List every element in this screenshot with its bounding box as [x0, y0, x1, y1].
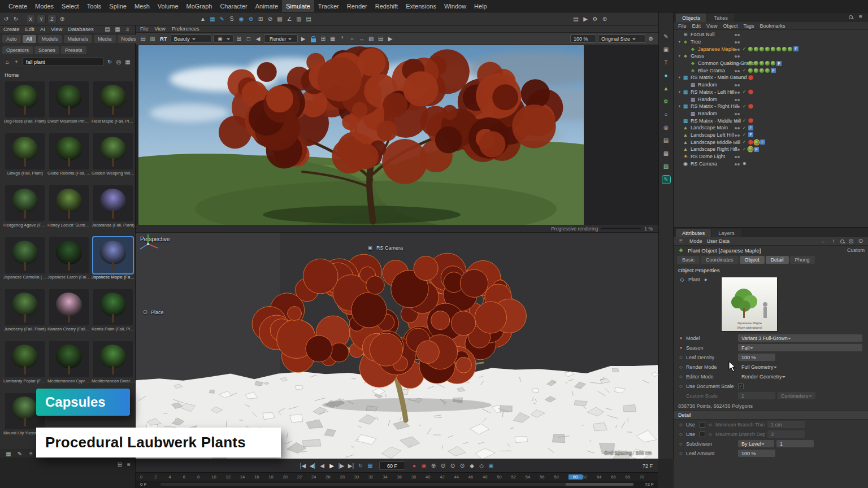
param-value[interactable]: Fall	[738, 344, 862, 351]
lock-icon[interactable]: ◎	[847, 237, 855, 245]
filter-models[interactable]: Models	[38, 35, 62, 43]
quantize-icon[interactable]: ⊘	[266, 15, 274, 23]
selected-material-swatch[interactable]	[754, 140, 759, 145]
object-row[interactable]: ▲Landscape Main✓F	[674, 124, 868, 132]
magnify-icon[interactable]: ⊕	[601, 15, 609, 23]
custom-preset-button[interactable]: Custom	[847, 247, 865, 253]
panel-menu-icon[interactable]: ≡	[124, 25, 132, 33]
deformer-icon[interactable]: ⚙	[662, 98, 670, 106]
ruler-tick[interactable]: 62	[583, 474, 597, 480]
render-visibility-dot[interactable]	[737, 55, 740, 58]
asset-item[interactable]: Kentia Palm (Fall, Plant)	[92, 289, 134, 339]
param-bullet[interactable]: ◇	[678, 422, 684, 427]
ruler-tick[interactable]: 18	[268, 474, 283, 480]
visibility-dots[interactable]	[735, 60, 740, 66]
ruler-tick[interactable]: 26	[326, 474, 340, 480]
xpresso-icon[interactable]: ▦	[662, 150, 670, 158]
editor-visibility-dot[interactable]	[735, 99, 737, 101]
render-visibility-dot[interactable]	[737, 63, 740, 65]
scale-key-icon[interactable]: ⊙	[449, 462, 457, 470]
checkbox[interactable]: ✓	[738, 384, 744, 389]
dock-icon[interactable]: ▤	[103, 25, 111, 33]
object-name[interactable]: Landscape Middle Hill	[691, 140, 740, 145]
model-mode-icon[interactable]: ▲	[199, 15, 207, 23]
object-tag-icon[interactable]: F	[776, 61, 782, 66]
tab-takes[interactable]: Takes	[708, 14, 734, 22]
visibility-dots[interactable]	[735, 39, 740, 45]
ruler-tick[interactable]: 38	[411, 474, 426, 480]
object-menu-view[interactable]: View	[706, 23, 717, 29]
render-visibility-dot[interactable]	[737, 127, 740, 129]
editor-visibility-dot[interactable]	[735, 70, 737, 72]
prev-render-icon[interactable]: ◀	[254, 35, 262, 43]
asset-menu-create[interactable]: Create	[3, 26, 20, 32]
object-row[interactable]: ▲Landscape Middle Hill✓F	[674, 138, 868, 146]
render-view-canvas[interactable]	[136, 45, 658, 225]
rt-toggle[interactable]: RT	[158, 36, 169, 42]
menu-create[interactable]: Create	[5, 0, 31, 12]
param-bullet[interactable]: ◇	[678, 355, 684, 360]
object-name[interactable]: RS Matrix - Left Hill	[691, 89, 735, 95]
selected-material-swatch[interactable]	[748, 147, 753, 151]
visibility-dots[interactable]	[735, 132, 740, 138]
checkbox[interactable]	[700, 422, 705, 428]
material-swatch[interactable]	[760, 47, 764, 51]
ruler-tick[interactable]: 68	[626, 474, 640, 480]
redshift-material-swatch[interactable]	[748, 140, 753, 145]
render-icon[interactable]: ▶	[581, 15, 589, 23]
panel-burger-icon[interactable]: ≡	[677, 237, 685, 245]
ruler-tick[interactable]: 40	[426, 474, 440, 480]
asset-item[interactable]: Juneberry (Fall, Plant)	[3, 289, 46, 339]
menu-spline[interactable]: Spline	[105, 0, 131, 12]
object-menu-tags[interactable]: Tags	[743, 23, 754, 29]
asset-item[interactable]: Field Maple (Fall, Plant)	[92, 81, 134, 131]
editor-visibility-dot[interactable]	[735, 34, 737, 36]
pin-icon[interactable]: ⊙	[857, 237, 865, 245]
asset-menu-databases[interactable]: Databases	[68, 26, 93, 32]
sphere-primitive-icon[interactable]: ●	[662, 72, 670, 80]
enabled-check-icon[interactable]: ✓	[741, 118, 747, 123]
ruler-tick[interactable]: 2	[154, 474, 168, 480]
visibility-dots[interactable]	[735, 146, 740, 152]
param-bullet[interactable]: ◇	[708, 422, 713, 427]
enabled-check-icon[interactable]: ✓	[741, 140, 747, 145]
ipr-icon[interactable]: ▶	[387, 35, 394, 43]
ruler-tick[interactable]: 46	[468, 474, 483, 480]
plant-preview-thumbnail[interactable]: Japanese Maple (Acer palmatum)	[721, 277, 778, 332]
editor-visibility-dot[interactable]	[735, 142, 737, 144]
layout-split-icon[interactable]: ▥	[295, 15, 303, 23]
render-pass-select[interactable]: Beauty	[171, 34, 211, 43]
material-swatch[interactable]	[748, 68, 753, 73]
menu-render[interactable]: Render	[343, 0, 371, 12]
plant-object-icon[interactable]: ♣	[677, 246, 685, 254]
camera-label-chip[interactable]: ◉ RS Camera	[366, 244, 403, 252]
snowflake-icon[interactable]: *	[338, 35, 346, 43]
object-row[interactable]: ▾♣Tree	[674, 38, 868, 46]
expand-icon[interactable]: ▾	[677, 54, 682, 58]
object-row[interactable]: ♣Common Quaking Grass✓F	[674, 60, 868, 67]
param-select[interactable]: By Level	[738, 440, 774, 447]
picture-viewer-icon[interactable]: ▤	[572, 15, 580, 23]
param-value[interactable]: Variant 3 Full-Grown	[738, 334, 862, 342]
editor-visibility-dot[interactable]	[735, 55, 737, 58]
material-swatch[interactable]	[771, 47, 775, 51]
object-row[interactable]: ▾♣Grass	[674, 53, 868, 60]
zoom-level-field[interactable]: 100 %	[570, 34, 596, 43]
material-swatch[interactable]	[765, 61, 770, 66]
pla-key-icon[interactable]: ◇	[478, 462, 485, 470]
expand-icon[interactable]: ▾	[677, 75, 682, 80]
menu-animate[interactable]: Animate	[251, 0, 282, 12]
axis-lock-y[interactable]: Y	[37, 15, 46, 23]
editor-visibility-dot[interactable]	[735, 91, 737, 94]
snap-icon[interactable]: ⊕	[247, 15, 255, 23]
editor-visibility-dot[interactable]	[735, 41, 737, 43]
param-bullet[interactable]: ◇	[678, 432, 684, 437]
render-visibility-dot[interactable]	[737, 34, 740, 36]
param-value[interactable]: Render Geometry	[738, 373, 789, 380]
editor-visibility-dot[interactable]	[735, 149, 737, 151]
parameter-key-icon[interactable]: ◆	[468, 462, 476, 470]
falloff-icon[interactable]: ○	[348, 35, 356, 43]
render-visibility-dot[interactable]	[737, 113, 740, 115]
object-row[interactable]: ▦Random	[674, 95, 868, 103]
current-frame-field[interactable]: 60 F	[379, 461, 405, 470]
